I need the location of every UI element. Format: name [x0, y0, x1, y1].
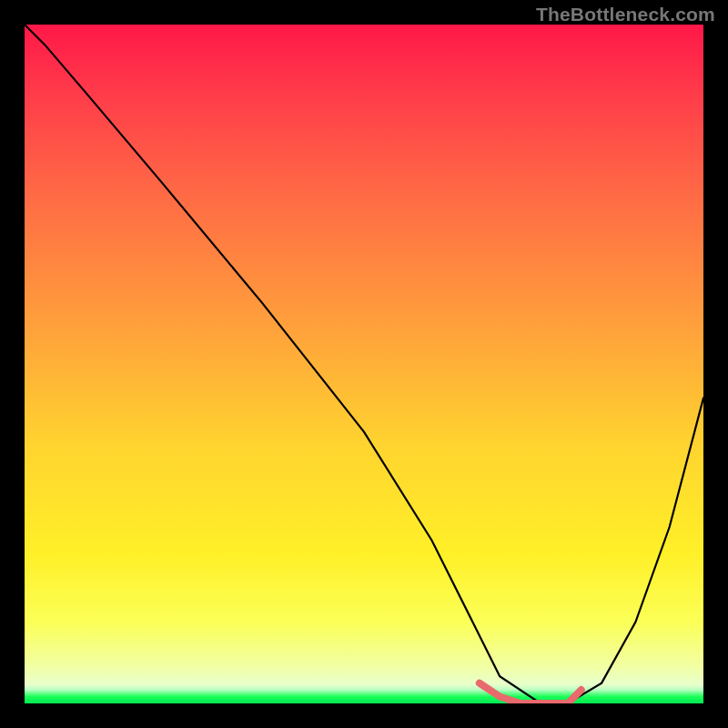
plot-area: [25, 25, 703, 703]
chart-frame: TheBottleneck.com: [0, 0, 728, 728]
watermark: TheBottleneck.com: [536, 4, 715, 25]
